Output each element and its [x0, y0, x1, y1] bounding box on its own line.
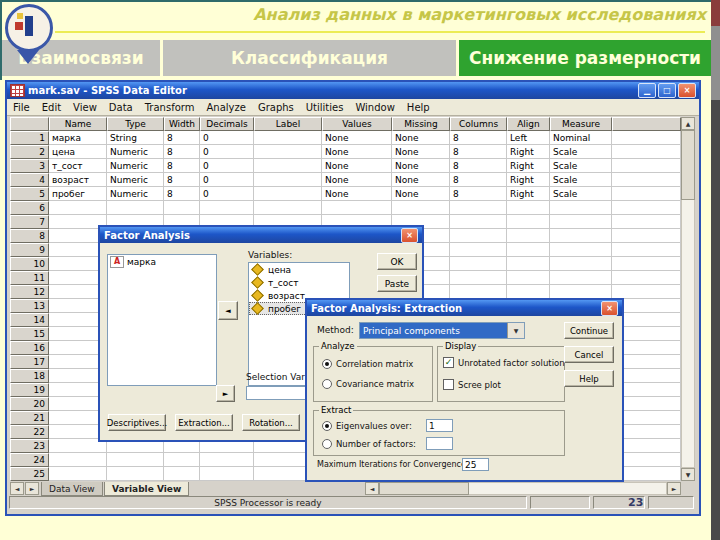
column-header-type[interactable]: Type	[107, 117, 164, 131]
cell[interactable]: 8	[450, 145, 507, 159]
row-number[interactable]: 9	[10, 243, 49, 257]
cell[interactable]	[164, 201, 200, 215]
cell[interactable]	[254, 145, 322, 159]
cell[interactable]	[507, 229, 550, 243]
menu-view[interactable]: View	[67, 102, 103, 113]
minimize-icon[interactable]: ▁	[638, 83, 656, 98]
row-number[interactable]: 17	[10, 355, 49, 369]
menu-window[interactable]: Window	[349, 102, 400, 113]
rotation-button[interactable]: Rotation...	[242, 414, 300, 431]
cell[interactable]: Right	[507, 145, 550, 159]
cell[interactable]	[507, 201, 550, 215]
cell[interactable]	[254, 131, 322, 145]
row-number[interactable]: 4	[10, 173, 49, 187]
menu-edit[interactable]: Edit	[36, 102, 67, 113]
cell[interactable]: 8	[450, 131, 507, 145]
cell[interactable]	[254, 173, 322, 187]
cell[interactable]: Right	[507, 187, 550, 201]
cell[interactable]: возраст	[49, 173, 107, 187]
cell[interactable]: String	[107, 131, 164, 145]
cancel-button[interactable]: Cancel	[564, 346, 614, 363]
row-number[interactable]: 3	[10, 159, 49, 173]
cell[interactable]: 8	[164, 159, 200, 173]
tab-variable-view[interactable]: Variable View	[104, 482, 189, 496]
column-header-measure[interactable]: Measure	[550, 117, 612, 131]
tab-scroll-right-icon[interactable]: ►	[25, 482, 39, 495]
value-field[interactable]: 1	[426, 419, 453, 432]
column-header-name[interactable]: Name	[49, 117, 107, 131]
cell[interactable]: None	[322, 159, 392, 173]
cell[interactable]	[450, 201, 507, 215]
cell[interactable]	[507, 257, 550, 271]
column-header-label[interactable]: Label	[254, 117, 322, 131]
cell[interactable]: None	[322, 173, 392, 187]
cell[interactable]	[254, 159, 322, 173]
cell[interactable]	[450, 229, 507, 243]
row-number[interactable]: 11	[10, 271, 49, 285]
cell[interactable]	[254, 187, 322, 201]
selected-variable-item[interactable]: цена	[249, 263, 349, 276]
scroll-up-icon[interactable]: ▲	[681, 117, 695, 130]
cell[interactable]: 0	[200, 173, 254, 187]
paste-button[interactable]: Paste	[377, 275, 417, 292]
cell[interactable]: 0	[200, 131, 254, 145]
cell[interactable]: 0	[200, 159, 254, 173]
cell[interactable]	[550, 271, 612, 285]
value-field[interactable]	[426, 437, 453, 450]
column-header-align[interactable]: Align	[507, 117, 550, 131]
cell[interactable]	[450, 271, 507, 285]
cell[interactable]	[507, 215, 550, 229]
cell[interactable]	[200, 467, 254, 481]
cell[interactable]	[164, 453, 200, 467]
cell[interactable]: т_сост	[49, 159, 107, 173]
selected-variable-item[interactable]: т_сост	[249, 276, 349, 289]
row-number[interactable]: 2	[10, 145, 49, 159]
close-icon[interactable]: ×	[601, 301, 618, 316]
cell[interactable]	[107, 201, 164, 215]
cell[interactable]: None	[322, 131, 392, 145]
row-number[interactable]: 15	[10, 327, 49, 341]
row-number[interactable]: 5	[10, 187, 49, 201]
radio-button[interactable]	[322, 359, 332, 369]
close-icon[interactable]: ×	[401, 228, 418, 243]
cell[interactable]: None	[392, 159, 450, 173]
row-number[interactable]: 21	[10, 411, 49, 425]
row-number[interactable]: 20	[10, 397, 49, 411]
row-number[interactable]: 25	[10, 467, 49, 481]
cell[interactable]	[550, 257, 612, 271]
radio-button[interactable]	[322, 379, 332, 389]
cell[interactable]: Left	[507, 131, 550, 145]
row-number[interactable]: 1	[10, 131, 49, 145]
cell[interactable]: None	[322, 187, 392, 201]
cell[interactable]	[49, 201, 107, 215]
cell[interactable]	[550, 229, 612, 243]
close-icon[interactable]: ×	[678, 83, 696, 98]
cell[interactable]	[164, 467, 200, 481]
cell[interactable]	[507, 243, 550, 257]
hscroll-left-icon[interactable]: ◄	[365, 482, 379, 495]
cell[interactable]: Numeric	[107, 145, 164, 159]
cell[interactable]: Right	[507, 159, 550, 173]
cell[interactable]: марка	[49, 131, 107, 145]
cell[interactable]: 0	[200, 145, 254, 159]
cell[interactable]	[200, 201, 254, 215]
cell[interactable]: Right	[507, 173, 550, 187]
cell[interactable]	[450, 243, 507, 257]
cell[interactable]: 8	[450, 159, 507, 173]
column-header-missing[interactable]: Missing	[392, 117, 450, 131]
descriptives-button[interactable]: Descriptives...	[108, 414, 166, 431]
cell[interactable]: None	[392, 131, 450, 145]
row-number[interactable]: 7	[10, 215, 49, 229]
grid-corner-cell[interactable]	[10, 117, 49, 131]
menu-graphs[interactable]: Graphs	[252, 102, 300, 113]
column-header-columns[interactable]: Columns	[450, 117, 507, 131]
column-header-width[interactable]: Width	[164, 117, 200, 131]
cell[interactable]: 8	[164, 145, 200, 159]
tab-data-view[interactable]: Data View	[41, 482, 103, 496]
cell[interactable]: Nominal	[550, 131, 612, 145]
row-number[interactable]: 8	[10, 229, 49, 243]
cell[interactable]	[550, 243, 612, 257]
cell[interactable]: Scale	[550, 159, 612, 173]
cell[interactable]: Scale	[550, 145, 612, 159]
cell[interactable]	[200, 453, 254, 467]
